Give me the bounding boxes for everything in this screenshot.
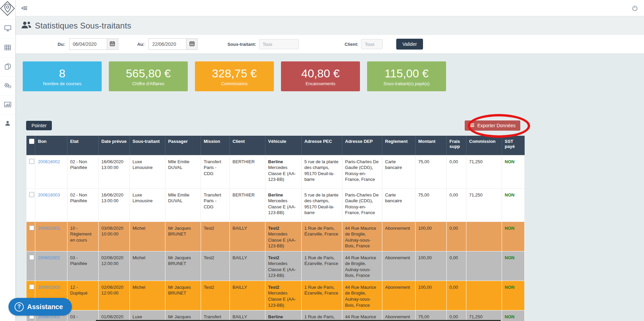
results-table: Bon Etat Date prévue Sous-traitant Passa…: [26, 136, 525, 321]
sidebar: [0, 0, 16, 321]
cell-commission: [466, 281, 502, 310]
stat-card-commissions: 328,75 € Commissions: [195, 61, 274, 91]
date-to-input[interactable]: [148, 38, 186, 50]
cell-passager: Mlle Emilie DUVAL: [165, 188, 201, 222]
cell-adresse-pec: 1 Rue de Paris, Ézanville, France: [302, 281, 342, 310]
date-from-input[interactable]: [69, 38, 107, 50]
table-row: 200616003 02 - Non Planifiée 16/06/2020 …: [26, 188, 525, 222]
col-adresse-dep: Adresse DEP: [342, 136, 382, 155]
row-checkbox[interactable]: [29, 225, 34, 230]
bon-link[interactable]: 200602003: [38, 285, 60, 290]
cell-montant: 100,00: [416, 251, 447, 281]
cell-adresse-pec: 5 rue de la plante des champs, 95170 Deu…: [302, 188, 342, 222]
sidebar-item-settings[interactable]: [0, 76, 15, 95]
filter-bar: Du: Au:: [16, 35, 644, 54]
export-data-button[interactable]: Exporter Données: [465, 120, 520, 131]
client-select[interactable]: Tous: [361, 39, 383, 49]
date-from-calendar-button[interactable]: [107, 38, 118, 50]
table-toolbar: Pointer Exporter Données: [26, 120, 524, 131]
gears-icon: [4, 82, 12, 90]
du-label: Du:: [58, 42, 65, 47]
stat-label: Sous-traitant(s) payé(s): [367, 81, 446, 86]
calendar-icon: [189, 41, 195, 48]
stat-label: Chiffre d'Affaires: [109, 81, 188, 86]
cell-passager: Mlle Emilie DUVAL: [165, 155, 201, 188]
assistance-button[interactable]: ? Assistance: [8, 298, 72, 316]
cell-passager: Mr Jacques BRUNET: [165, 281, 201, 310]
cell-commission: 71,250: [466, 310, 502, 321]
cell-vehicule: BerlineMercedes Classe E (AA-123-BB): [265, 155, 302, 188]
col-frais-supp: Frais supp: [447, 136, 466, 155]
cell-vehicule: BerlineMercedes Classe E (AA-123-BB): [265, 188, 302, 222]
stat-label: Nombre de courses: [23, 81, 102, 86]
row-checkbox[interactable]: [29, 255, 34, 260]
table-row: 200601001 03 - Planifiée 01/06/2020 12:0…: [26, 310, 525, 321]
col-sous-traitant: Sous-traitant: [130, 136, 165, 155]
pointer-button[interactable]: Pointer: [26, 121, 52, 130]
stat-cards: 8 Nombre de courses 565,80 € Chiffre d'A…: [23, 61, 644, 91]
cell-frais-supp: 0,00: [447, 188, 466, 222]
cell-montant: 75,00: [416, 188, 447, 222]
col-reglement: Reglement: [382, 136, 416, 155]
cell-client: BAILLY: [230, 310, 265, 321]
sidebar-item-dashboard[interactable]: [0, 19, 15, 38]
cell-frais-supp: 0,00: [447, 155, 466, 188]
col-bon: Bon: [35, 136, 67, 155]
sidebar-item-statistics[interactable]: [0, 95, 15, 114]
sidebar-item-tables[interactable]: [0, 38, 15, 57]
bon-link[interactable]: 200616003: [38, 192, 60, 197]
sidebar-toggle-icon[interactable]: [21, 6, 27, 11]
logout-power-icon[interactable]: [632, 5, 638, 11]
cell-etat: 12 - Dupliqué: [67, 281, 99, 310]
stat-card-encaissements: 40,80 € Encaissements: [281, 61, 360, 91]
row-checkbox[interactable]: [29, 192, 34, 197]
col-commission: Commission: [466, 136, 502, 155]
cell-adresse-dep: 44 Rue Maurice de Broglie, Aulnay-sous-B…: [342, 251, 382, 281]
sidebar-item-documents[interactable]: [0, 57, 15, 76]
cell-reglement: Carte bancaire: [382, 155, 416, 188]
cell-etat: 02 - Non Planifiée: [67, 188, 99, 222]
cell-date: 01/06/2020 12:00:00: [99, 310, 130, 321]
bon-link[interactable]: 200602002: [38, 255, 60, 260]
users-group-icon: [21, 21, 32, 31]
cell-etat: 03 - Planifiée: [67, 251, 99, 281]
cell-mission: Test2: [201, 281, 230, 310]
calendar-icon: [110, 41, 115, 48]
soustraitant-select[interactable]: Tous: [259, 39, 299, 49]
cell-mission: Transfert Paris - ORLY: [201, 310, 230, 321]
table-header-row: Bon Etat Date prévue Sous-traitant Passa…: [26, 136, 525, 155]
date-to-calendar-button[interactable]: [186, 38, 198, 50]
app-logo[interactable]: [0, 0, 15, 19]
table-row: 200602001 10 - Règlement en cours 03/06/…: [26, 222, 525, 251]
cell-sous-traitant: Luxe Limousine: [130, 188, 165, 222]
cell-adresse-pec: 5 rue de la plante des champs, 95170 Deu…: [302, 155, 342, 188]
cell-etat: 03 - Planifiée: [67, 310, 99, 321]
question-circle-icon: ?: [15, 302, 24, 311]
cell-date: 16/06/2020 13:00:00: [99, 188, 130, 222]
cell-reglement: Abonnement: [382, 281, 416, 310]
col-vehicule: Véhicule: [265, 136, 302, 155]
cell-sous-traitant: Luxe Limousine: [130, 155, 165, 188]
cell-frais-supp: 0,00: [447, 251, 466, 281]
cell-sous-traitant: Luxe Limousine: [130, 310, 165, 321]
cell-sous-traitant: Michel: [130, 222, 165, 251]
assistance-label: Assistance: [27, 303, 63, 311]
valider-button[interactable]: Valider: [396, 39, 423, 50]
stat-value: 8: [23, 67, 102, 80]
col-etat: Etat: [67, 136, 99, 155]
bon-link[interactable]: 200616002: [38, 159, 60, 164]
au-label: Au:: [137, 42, 145, 47]
soustraitant-label: Sous-traitant:: [227, 42, 256, 47]
cell-commission: 71,250: [466, 188, 502, 222]
col-adresse-pec: Adresse PEC: [302, 136, 342, 155]
cell-vehicule: BerlineMercedes Classe E (AA-123-BB): [265, 310, 302, 321]
stat-card-courses: 8 Nombre de courses: [23, 61, 102, 91]
row-checkbox[interactable]: [29, 284, 34, 289]
cell-adresse-pec: 1 Rue de Paris, Ézanville, France: [302, 222, 342, 251]
row-checkbox[interactable]: [29, 159, 34, 164]
select-all-checkbox[interactable]: [29, 139, 34, 144]
col-passager: Passager: [165, 136, 201, 155]
bon-link[interactable]: 200602001: [38, 226, 60, 231]
cell-adresse-dep: Paris-Charles De Gaulle (CDG), Roissy-en…: [342, 188, 382, 222]
sidebar-item-profile[interactable]: [0, 114, 15, 133]
